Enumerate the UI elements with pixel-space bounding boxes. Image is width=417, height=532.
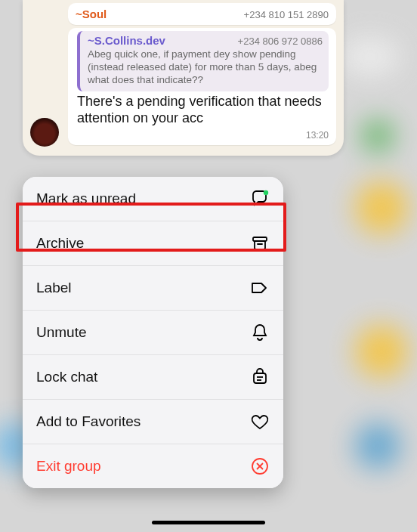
home-indicator [152,521,265,524]
menu-item-label: Mark as unread [36,190,250,207]
message-time: 13:20 [306,130,329,141]
archive-box-icon [250,234,270,253]
close-circle-icon [250,456,270,476]
contact-name: ~Soul [76,8,107,20]
menu-mark-as-unread[interactable]: Mark as unread [23,177,283,221]
svg-rect-3 [254,373,266,383]
quoted-text: Abeg quick one, if payment dey show pend… [88,48,323,87]
menu-item-label: Archive [36,235,250,252]
chat-bubble-icon [250,189,270,209]
lock-chat-icon [250,367,270,387]
svg-point-0 [264,190,268,194]
bell-icon [250,323,270,342]
menu-item-label: Lock chat [36,369,250,385]
quoted-message: ~S.Collins.dev +234 806 972 0886 Abeg qu… [77,31,329,91]
menu-exit-group[interactable]: Exit group [23,444,283,488]
svg-rect-1 [253,237,267,241]
contact-phone: +234 810 151 2890 [244,9,329,20]
menu-label[interactable]: Label [23,266,283,311]
tag-icon [250,278,270,298]
menu-archive[interactable]: Archive [23,221,283,266]
menu-item-label: Add to Favorites [36,413,250,430]
heart-icon [250,412,270,431]
message-text: There's a pending verification that need… [77,93,329,127]
menu-item-label: Exit group [36,458,250,475]
context-menu: Mark as unread Archive Label Unmute Lock [23,177,283,488]
message-bubble: ~S.Collins.dev +234 806 972 0886 Abeg qu… [68,28,336,145]
chat-preview-card[interactable]: ~Soul +234 810 151 2890 ~S.Collins.dev +… [23,0,344,156]
quoted-contact-name: ~S.Collins.dev [88,34,165,47]
quoted-contact-phone: +234 806 972 0886 [238,36,323,47]
menu-lock-chat[interactable]: Lock chat [23,355,283,400]
menu-item-label: Unmute [36,324,250,341]
menu-item-label: Label [36,280,250,296]
menu-add-to-favorites[interactable]: Add to Favorites [23,400,283,444]
avatar [30,118,59,147]
menu-unmute[interactable]: Unmute [23,311,283,355]
quoted-contact-row: ~Soul +234 810 151 2890 [68,3,336,25]
